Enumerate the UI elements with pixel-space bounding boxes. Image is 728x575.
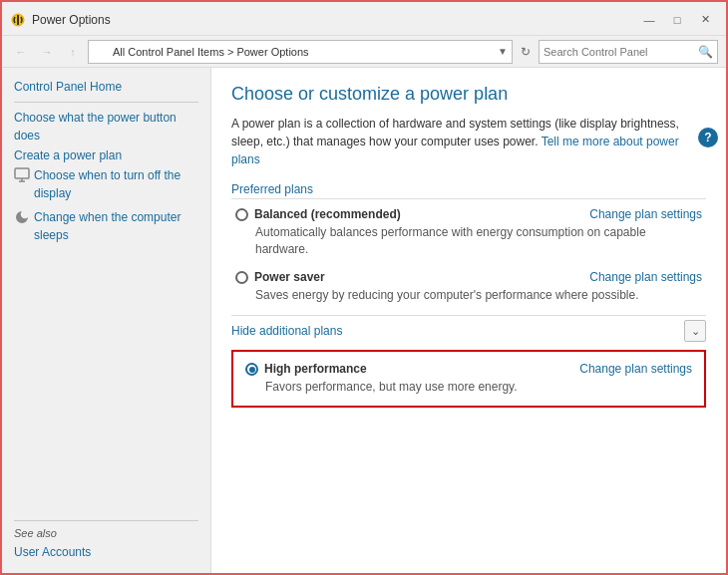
plan-option-balanced-header: Balanced (recommended) Change plan setti…: [235, 207, 702, 221]
plan-high-perf-name: High performance: [264, 362, 367, 376]
address-bar[interactable]: All Control Panel Items > Power Options …: [88, 40, 513, 64]
window-title: Power Options: [32, 13, 636, 27]
hide-plans-header: Hide additional plans ⌄: [231, 315, 706, 342]
see-also-section: See also User Accounts: [14, 514, 198, 563]
sidebar-nav: Control Panel Home Choose what the power…: [14, 78, 198, 250]
plan-balanced-change-link[interactable]: Change plan settings: [589, 207, 702, 221]
addressbar: ← → ↑ All Control Panel Items > Power Op…: [2, 36, 726, 68]
svg-rect-2: [15, 168, 29, 178]
search-icon[interactable]: 🔍: [698, 45, 713, 59]
plan-power-saver-change-link[interactable]: Change plan settings: [589, 270, 702, 284]
hide-plans-label: Hide additional plans: [231, 324, 342, 338]
preferred-plans-header: Preferred plans: [231, 182, 706, 199]
search-box: 🔍: [539, 40, 718, 64]
plan-high-perf-change-link[interactable]: Change plan settings: [579, 362, 692, 376]
sidebar-item-display-link[interactable]: Choose when to turn off the display: [34, 166, 198, 202]
titlebar: Power Options — □ ✕: [2, 2, 726, 36]
plan-high-perf-radio[interactable]: [245, 363, 258, 376]
close-button[interactable]: ✕: [692, 10, 718, 30]
power-options-window: Power Options — □ ✕ ← → ↑ All Control Pa…: [0, 0, 728, 575]
plan-power-saver-name: Power saver: [254, 270, 325, 284]
main-layout: Control Panel Home Choose what the power…: [2, 68, 726, 573]
plan-power-saver-label[interactable]: Power saver: [235, 270, 325, 284]
plan-power-saver-desc: Saves energy by reducing your computer's…: [255, 287, 702, 304]
window-controls: — □ ✕: [636, 10, 718, 30]
plan-high-perf-label[interactable]: High performance: [245, 362, 367, 376]
folder-icon: [93, 44, 109, 60]
main-container: Control Panel Home Choose what the power…: [2, 68, 726, 573]
sidebar-spacer: [14, 258, 198, 514]
search-input[interactable]: [544, 46, 698, 58]
plan-balanced-label[interactable]: Balanced (recommended): [235, 207, 401, 221]
app-icon: [10, 12, 26, 28]
sidebar-item-sleep-link[interactable]: Change when the computer sleeps: [34, 208, 198, 244]
content-description: A power plan is a collection of hardware…: [231, 115, 706, 168]
plan-balanced-radio[interactable]: [235, 208, 248, 221]
high-perf-box: High performance Change plan settings Fa…: [231, 350, 706, 408]
plan-option-high-perf-header: High performance Change plan settings: [245, 362, 692, 376]
plan-power-saver-radio[interactable]: [235, 271, 248, 284]
see-also-divider: [14, 520, 198, 521]
plan-option-balanced: Balanced (recommended) Change plan setti…: [231, 207, 706, 258]
back-button[interactable]: ←: [10, 41, 32, 63]
sidebar-item-display: Choose when to turn off the display: [14, 166, 198, 204]
sidebar-item-power-button[interactable]: Choose what the power button does: [14, 109, 198, 144]
sidebar-divider: [14, 102, 198, 103]
up-button[interactable]: ↑: [62, 41, 84, 63]
refresh-icon[interactable]: ↻: [517, 43, 535, 61]
sidebar-item-create-plan[interactable]: Create a power plan: [14, 146, 198, 164]
maximize-button[interactable]: □: [664, 10, 690, 30]
sidebar-item-user-accounts[interactable]: User Accounts: [14, 543, 198, 561]
plan-option-power-saver: Power saver Change plan settings Saves e…: [231, 270, 706, 304]
sidebar-item-home[interactable]: Control Panel Home: [14, 78, 198, 96]
sleep-icon: [14, 209, 30, 225]
sidebar-item-sleep: Change when the computer sleeps: [14, 208, 198, 246]
breadcrumb-text: All Control Panel Items > Power Options: [113, 46, 494, 58]
help-button[interactable]: ?: [698, 128, 718, 147]
content-area: Choose or customize a power plan A power…: [211, 68, 726, 573]
plan-option-power-saver-header: Power saver Change plan settings: [235, 270, 702, 284]
forward-button[interactable]: →: [36, 41, 58, 63]
sidebar: Control Panel Home Choose what the power…: [2, 68, 211, 573]
plan-balanced-desc: Automatically balances performance with …: [255, 224, 702, 258]
plan-balanced-name: Balanced (recommended): [254, 207, 401, 221]
collapse-plans-button[interactable]: ⌄: [684, 320, 706, 342]
page-title: Choose or customize a power plan: [231, 84, 706, 105]
plan-high-perf-desc: Favors performance, but may use more ene…: [265, 379, 692, 396]
see-also-label: See also: [14, 527, 198, 539]
monitor-icon: [14, 167, 30, 183]
chevron-down-icon: ▼: [498, 46, 508, 57]
minimize-button[interactable]: —: [636, 10, 662, 30]
